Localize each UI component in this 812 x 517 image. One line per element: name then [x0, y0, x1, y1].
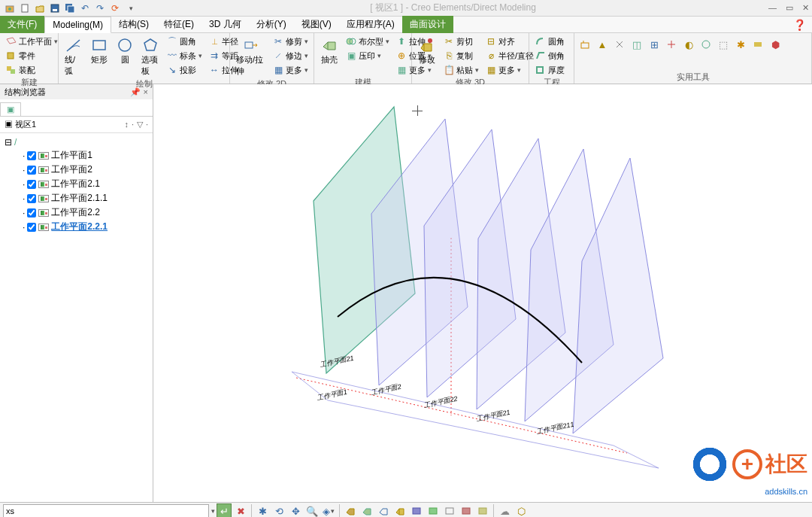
- qat-dropdown[interactable]: ▾: [124, 2, 138, 15]
- 3d-viewport[interactable]: 工作平面21 工作平面1 工作平面2 工作平面22 工作平面21 工作平面211…: [153, 84, 812, 502]
- tree-checkbox[interactable]: [27, 208, 36, 217]
- menu-view[interactable]: 视图(V): [294, 16, 339, 33]
- util-5[interactable]: ⊞: [647, 37, 662, 52]
- filter-icon[interactable]: ▽: [137, 120, 143, 129]
- modify2d-more[interactable]: ▦更多▾: [270, 63, 311, 77]
- util-2[interactable]: ▲: [595, 37, 610, 52]
- help-icon[interactable]: ❓: [793, 19, 806, 31]
- util-8[interactable]: [698, 37, 714, 52]
- render-7[interactable]: [442, 503, 457, 517]
- cmd-enter[interactable]: ↵: [217, 503, 232, 517]
- sort-icon[interactable]: ↕: [124, 120, 129, 129]
- tree-root[interactable]: ⊟/: [5, 136, 148, 148]
- qat-refresh-icon[interactable]: ⟳: [108, 2, 122, 15]
- util-4[interactable]: ◫: [629, 37, 644, 52]
- model-shell[interactable]: 抽壳: [317, 35, 341, 67]
- render-1[interactable]: [343, 503, 358, 517]
- util-6[interactable]: [664, 37, 679, 52]
- modify3d-cut[interactable]: ✂剪切: [441, 35, 481, 48]
- qat-open-icon[interactable]: [33, 2, 47, 15]
- close-icon[interactable]: ✕: [802, 3, 809, 13]
- minimize-icon[interactable]: ―: [768, 3, 777, 13]
- menu-3dgeom[interactable]: 3D 几何: [201, 16, 249, 33]
- maximize-icon[interactable]: ▭: [786, 3, 793, 13]
- tree-checkbox[interactable]: [27, 194, 36, 203]
- new-assembly[interactable]: 装配: [3, 63, 60, 77]
- view-zoom[interactable]: 🔍: [304, 503, 320, 517]
- render-8[interactable]: [459, 503, 474, 517]
- view-axo[interactable]: ✱: [255, 503, 270, 517]
- tree-item[interactable]: ·工作平面2.1: [5, 177, 148, 191]
- draw-project[interactable]: ↘投影: [164, 63, 205, 77]
- modify3d-more[interactable]: ▦更多▾: [483, 63, 536, 77]
- modify3d-paste[interactable]: 📋粘贴▾: [441, 63, 481, 77]
- command-input[interactable]: [3, 504, 209, 517]
- tree-item[interactable]: ·工作平面2.1.1: [5, 191, 148, 205]
- qat-save-icon[interactable]: [48, 2, 62, 15]
- render-5[interactable]: [409, 503, 424, 517]
- qat-redo-icon[interactable]: ↷: [93, 2, 107, 15]
- util-12[interactable]: ⬢: [768, 37, 783, 52]
- menu-file[interactable]: 文件(F): [0, 16, 44, 33]
- menu-structure[interactable]: 结构(S): [111, 16, 156, 33]
- cmd-history-dropdown[interactable]: ▾: [211, 507, 215, 515]
- modify3d-align[interactable]: ⊟对齐: [483, 35, 536, 48]
- eng-chamfer[interactable]: 倒角: [532, 49, 567, 62]
- render-6[interactable]: [426, 503, 441, 517]
- modify3d-modify[interactable]: 修改: [415, 35, 439, 67]
- menu-modeling[interactable]: Modeling(M): [44, 17, 111, 33]
- tree-item[interactable]: ·工作平面2.2: [5, 205, 148, 220]
- draw-circle[interactable]: 圆: [113, 35, 137, 67]
- sidebar-tab[interactable]: ▣: [0, 102, 21, 116]
- util-7[interactable]: ◐: [681, 37, 696, 52]
- tree-item[interactable]: ·工作平面2.2.1: [5, 220, 148, 234]
- render-2[interactable]: [359, 503, 374, 517]
- modify2d-trimedge[interactable]: ⟋修边▾: [270, 49, 311, 62]
- new-part[interactable]: 零件: [3, 49, 60, 62]
- draw-fillet[interactable]: ⌒圆角: [164, 35, 205, 48]
- util-10[interactable]: ✱: [733, 37, 748, 52]
- new-workplane[interactable]: 工作平面▾: [3, 35, 60, 48]
- cmd-cancel[interactable]: ✖: [233, 503, 248, 517]
- qat-new-icon[interactable]: [18, 2, 32, 15]
- model-boolean[interactable]: 布尔型▾: [343, 35, 392, 48]
- draw-line-arc[interactable]: 线/弧: [62, 35, 86, 78]
- tree-item[interactable]: ·工作平面1: [5, 148, 148, 163]
- menu-feature[interactable]: 特征(E): [156, 16, 201, 33]
- util-11[interactable]: [750, 37, 765, 52]
- view-pan[interactable]: ✥: [288, 503, 303, 517]
- extra-1[interactable]: ☁: [497, 503, 512, 517]
- util-9[interactable]: ⬚: [716, 37, 731, 52]
- render-4[interactable]: [392, 503, 408, 517]
- group-new[interactable]: 新建: [3, 77, 55, 89]
- modify3d-radius[interactable]: ⌀半径/直径: [483, 49, 536, 62]
- tree-checkbox[interactable]: [27, 180, 36, 189]
- eng-fillet[interactable]: 圆角: [532, 35, 567, 48]
- qat-undo-icon[interactable]: ↶: [78, 2, 92, 15]
- structure-tree[interactable]: ⊟/ ·工作平面1·工作平面2·工作平面2.1·工作平面2.1.1·工作平面2.…: [0, 133, 153, 502]
- qat-saveall-icon[interactable]: [63, 2, 77, 15]
- group-util[interactable]: 实用工具: [577, 71, 808, 84]
- qat-app-icon[interactable]: [3, 2, 17, 15]
- extra-2[interactable]: ⬡: [514, 503, 529, 517]
- modify2d-move[interactable]: 移动/拉伸: [233, 35, 268, 78]
- render-3[interactable]: [376, 503, 391, 517]
- tree-checkbox[interactable]: [27, 223, 36, 232]
- util-1[interactable]: [577, 37, 592, 52]
- render-9[interactable]: [475, 503, 490, 517]
- draw-rect[interactable]: 矩形: [87, 35, 111, 67]
- draw-spline[interactable]: 〰标条▾: [164, 49, 205, 62]
- menu-surface[interactable]: 曲面设计: [402, 16, 453, 33]
- util-3[interactable]: [612, 37, 627, 52]
- view-rotate[interactable]: ⟲: [271, 503, 286, 517]
- model-imprint[interactable]: ▣压印▾: [343, 49, 392, 62]
- modify3d-copy[interactable]: ⎘复制: [441, 49, 481, 62]
- draw-polygon[interactable]: 选项板: [138, 35, 162, 78]
- menu-app[interactable]: 应用程序(A): [339, 16, 402, 33]
- tree-checkbox[interactable]: [27, 166, 36, 175]
- modify2d-trim[interactable]: ✂修剪▾: [270, 35, 311, 48]
- tree-checkbox[interactable]: [27, 151, 36, 160]
- eng-thickness[interactable]: 厚度: [532, 63, 567, 77]
- menu-analysis[interactable]: 分析(Y): [249, 16, 294, 33]
- tree-item[interactable]: ·工作平面2: [5, 163, 148, 177]
